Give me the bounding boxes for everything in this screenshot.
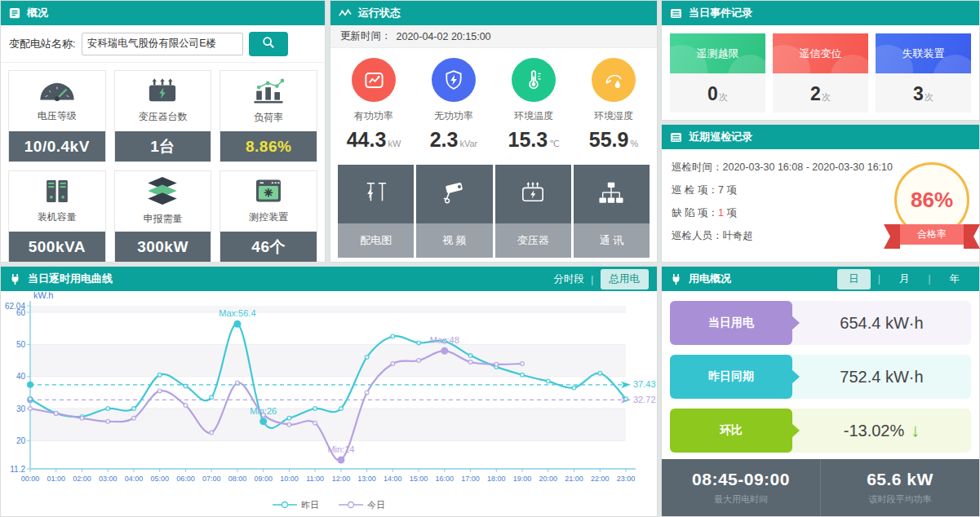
- search-icon: [262, 36, 275, 51]
- nav-label: 视 频: [416, 223, 492, 258]
- svg-text:10:00: 10:00: [280, 475, 299, 483]
- metric-unit: kW: [388, 139, 401, 148]
- stat-label: 电压等级: [38, 109, 77, 123]
- transformer-count-icon: [144, 78, 180, 106]
- tab-separator: |: [928, 273, 930, 285]
- stat-label: 负荷率: [254, 111, 283, 125]
- event-card-telemetry-overlimit: 遥测越限 0次: [670, 33, 765, 113]
- stat-label: 申报需量: [143, 212, 182, 226]
- substation-name-input[interactable]: [82, 33, 243, 55]
- search-button[interactable]: [249, 32, 288, 56]
- usage-row-label: 昨日同期: [670, 355, 792, 399]
- stat-label: 测控装置: [249, 210, 288, 224]
- metric-active-power: 有功功率 44.3kW: [334, 58, 414, 152]
- toggle-total-power[interactable]: 总用电: [601, 269, 650, 289]
- cctv-camera-icon: [441, 180, 468, 208]
- overview-header: 概况: [1, 1, 325, 25]
- metric-value: 15.3: [508, 128, 548, 152]
- pass-rate-badge: 86% 合格率: [893, 156, 971, 247]
- svg-text:00:00: 00:00: [21, 475, 40, 483]
- svg-text:11:00: 11:00: [306, 475, 324, 483]
- record-book-icon: [670, 8, 682, 19]
- nav-button-transformer[interactable]: 变压器: [495, 165, 571, 258]
- usage-header: 用电概况 日 | 月 | 年: [662, 267, 979, 291]
- svg-text:40: 40: [16, 372, 26, 381]
- svg-text:20: 20: [16, 436, 26, 445]
- svg-text:15:00: 15:00: [410, 475, 428, 483]
- inspection-inspector-row: 巡检人员：叶奇超: [672, 224, 893, 247]
- nav-label: 变压器: [495, 223, 571, 258]
- tab-separator: |: [878, 273, 880, 285]
- stat-label: 装机容量: [38, 210, 77, 224]
- list-icon: [9, 7, 20, 19]
- event-card-offline-devices: 失联装置 3次: [876, 33, 971, 113]
- svg-text:02:00: 02:00: [73, 475, 91, 483]
- update-time-row: 更新时间： 2020-04-02 20:15:00: [330, 25, 657, 48]
- event-card-title: 遥信变位: [773, 33, 868, 73]
- panel-title: 概况: [27, 6, 48, 20]
- stat-value: 1台: [115, 131, 211, 161]
- legend-item[interactable]: 今日: [339, 499, 385, 511]
- declared-demand-icon: [145, 177, 180, 208]
- nav-button-distribution-diagram[interactable]: 配电图: [338, 165, 414, 258]
- metric-humidity: 环境湿度 55.9%: [574, 58, 654, 152]
- nav-button-video[interactable]: 视 频: [416, 165, 492, 258]
- panel-title: 当日事件记录: [689, 6, 752, 20]
- inspection-body: 巡检时间：2020-03-30 16:08 - 2020-03-30 16:10…: [662, 149, 979, 247]
- dashboard-page: 概况 变配电站名称: 电压等级 10/0.4kV: [0, 0, 980, 517]
- usage-row-label: 当日用电: [670, 301, 792, 345]
- metric-unit: ℃: [549, 139, 559, 149]
- usage-row-today: 当日用电 654.4 kW·h: [670, 301, 971, 345]
- stat-value: 46个: [220, 232, 317, 262]
- transformer-box-icon: [519, 180, 547, 208]
- tab-year[interactable]: 年: [938, 269, 972, 289]
- daily-events-panel: 当日事件记录 遥测越限 0次 遥信变位 2次 失联装置 3次: [661, 0, 980, 121]
- running-status-panel: 运行状态 更新时间： 2020-04-02 20:15:00 有功功率 44.3…: [330, 0, 658, 263]
- shield-bolt-icon: [432, 58, 476, 102]
- panel-title: 近期巡检记录: [689, 130, 752, 144]
- defect-count: 1: [718, 207, 724, 219]
- svg-text:17:00: 17:00: [461, 475, 480, 483]
- power-curve-svg: kW.h62.04605040302011.200:0001:0002:0003…: [1, 291, 657, 495]
- inspection-items-row: 巡 检 项：7 项: [672, 179, 893, 201]
- tab-month[interactable]: 月: [888, 269, 921, 289]
- event-count: 0: [707, 83, 718, 105]
- svg-text:23:00: 23:00: [617, 475, 636, 483]
- svg-text:16:00: 16:00: [436, 475, 455, 483]
- tab-day[interactable]: 日: [837, 269, 871, 289]
- stat-value: 300kW: [115, 232, 211, 262]
- metric-reactive-power: 无功功率 2.3kVar: [414, 58, 494, 152]
- update-time-value: 2020-04-02 20:15:00: [397, 31, 491, 42]
- svg-text:18:00: 18:00: [487, 475, 506, 483]
- legend-item[interactable]: 昨日: [273, 499, 319, 511]
- stat-card-voltage: 电压等级 10/0.4kV: [8, 70, 106, 162]
- panel-title: 用电概况: [689, 272, 731, 286]
- usage-tabs: 日 | 月 | 年: [837, 269, 971, 289]
- usage-footer: 08:45-09:00 最大用电时间 65.6 kW 该时段平均功率: [662, 459, 979, 516]
- metric-label: 无功功率: [434, 109, 473, 123]
- search-label: 变配电站名称:: [9, 37, 76, 51]
- nav-label: 通 讯: [574, 223, 650, 258]
- plug-icon: [9, 273, 21, 285]
- metric-unit: %: [630, 139, 638, 148]
- event-card-title: 遥测越限: [670, 33, 765, 73]
- inspection-details: 巡检时间：2020-03-30 16:08 - 2020-03-30 16:10…: [672, 156, 893, 247]
- svg-text:22:00: 22:00: [591, 475, 610, 483]
- metric-value: 55.9: [589, 128, 629, 152]
- event-count: 3: [913, 83, 924, 105]
- active-power-icon: [352, 58, 396, 102]
- nav-button-communication[interactable]: 通 讯: [574, 165, 650, 258]
- usage-rows: 当日用电 654.4 kW·h 昨日同期 752.4 kW·h 环比 -13.0…: [662, 291, 979, 453]
- chart-legend: 昨日今日: [1, 495, 657, 515]
- stat-value-highlighted: 8.86%: [220, 131, 317, 161]
- svg-text:11.2: 11.2: [10, 465, 25, 474]
- metric-label: 环境湿度: [594, 109, 633, 123]
- svg-text:Max:48: Max:48: [430, 335, 459, 345]
- stat-card-monitor-devices: 测控装置 46个: [220, 170, 317, 263]
- toggle-by-period[interactable]: 分时段: [554, 272, 585, 286]
- inspection-header: 近期巡检记录: [662, 125, 979, 149]
- svg-text:60: 60: [16, 308, 26, 317]
- usage-row-ratio: 环比 -13.02%↓: [670, 409, 971, 453]
- inspection-defects-row: 缺 陷 项：1 项: [672, 201, 893, 224]
- panel-title: 运行状态: [358, 6, 401, 20]
